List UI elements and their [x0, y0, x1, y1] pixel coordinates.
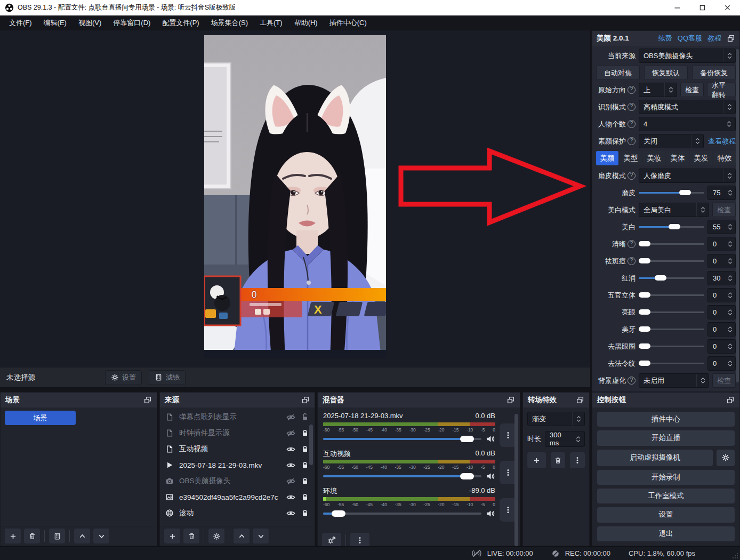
remove-source-button[interactable]	[183, 529, 199, 543]
scene-filters-button[interactable]	[49, 529, 65, 543]
speaker-icon[interactable]	[486, 509, 495, 518]
preview-area[interactable]: 0 X	[0, 30, 590, 367]
help-icon[interactable]: ?	[628, 377, 636, 385]
whiten-mode-select[interactable]: 全局美白	[639, 203, 709, 217]
clarity-value-spinner[interactable]: 0	[707, 237, 736, 251]
lock-icon[interactable]	[301, 445, 309, 453]
eye-icon[interactable]	[286, 493, 295, 502]
smooth-slider[interactable]	[639, 186, 704, 200]
teeth-value-spinner[interactable]: 0	[707, 322, 736, 337]
scene-down-button[interactable]	[93, 529, 109, 543]
transition-menu-button[interactable]	[570, 452, 585, 468]
orientation-select[interactable]: 上	[639, 83, 677, 97]
lock-icon[interactable]	[301, 493, 309, 501]
rosy-value-spinner[interactable]: 30	[707, 271, 736, 285]
eye-off-icon[interactable]	[286, 477, 295, 486]
contour-value-spinner[interactable]: 0	[707, 288, 736, 302]
whiten-value-spinner[interactable]: 55	[707, 220, 736, 234]
orientation-check-button[interactable]: 检查	[680, 83, 704, 97]
bg-blur-select[interactable]: 未启用	[639, 373, 709, 388]
studio-mode-button[interactable]: 工作室模式	[597, 489, 735, 503]
spinner-arrows[interactable]	[664, 83, 677, 97]
lock-open-icon[interactable]	[301, 413, 309, 421]
source-row[interactable]: 时钟插件显示源	[160, 425, 315, 441]
source-row[interactable]: 滚动	[160, 505, 315, 521]
menu-profile[interactable]: 配置文件(P)	[156, 15, 205, 30]
restore-defaults-button[interactable]: 恢复默认	[644, 66, 688, 80]
spinner-arrows[interactable]	[723, 100, 735, 114]
menu-edit[interactable]: 编辑(E)	[38, 15, 73, 30]
scene-up-button[interactable]	[74, 529, 90, 543]
popout-icon[interactable]	[726, 396, 735, 404]
eye-icon[interactable]	[286, 461, 295, 470]
spinner-arrows[interactable]	[696, 203, 709, 217]
popout-icon[interactable]	[506, 396, 515, 404]
eye-off-icon[interactable]	[286, 413, 295, 422]
source-row[interactable]: 弹幕点歌列表显示	[160, 409, 315, 425]
settings-button[interactable]: 设置	[597, 507, 735, 522]
add-scene-button[interactable]	[5, 529, 21, 543]
virtual-camera-settings-button[interactable]	[717, 450, 735, 466]
blemish-slider[interactable]	[639, 254, 704, 268]
tab-effects[interactable]: 特效	[713, 151, 736, 165]
rosy-slider[interactable]	[639, 271, 704, 285]
beauty-panel-scrollbar[interactable]	[736, 49, 739, 382]
source-row[interactable]: 互动视频	[160, 441, 315, 457]
start-recording-button[interactable]: 开始录制	[597, 470, 735, 485]
spinner-arrows[interactable]	[572, 431, 584, 446]
source-up-button[interactable]	[234, 529, 250, 543]
speaker-icon[interactable]	[486, 434, 495, 444]
menu-plugin-center[interactable]: 插件中心(C)	[324, 15, 373, 30]
horizontal-flip-button[interactable]: 水平翻转	[707, 83, 736, 97]
help-icon[interactable]: ?	[628, 120, 636, 128]
bright-eyes-slider[interactable]	[639, 305, 704, 319]
eye-icon[interactable]	[286, 445, 295, 454]
help-icon[interactable]: ?	[628, 86, 636, 94]
mixer-scrollbar[interactable]	[514, 414, 518, 546]
dark-circles-value-spinner[interactable]: 0	[707, 339, 736, 354]
recognition-select[interactable]: 高精度模式	[639, 100, 736, 114]
popout-icon[interactable]	[301, 396, 310, 404]
source-properties-gear-button[interactable]	[208, 529, 224, 543]
menu-help[interactable]: 帮助(H)	[288, 15, 324, 30]
lock-icon[interactable]	[301, 509, 309, 517]
view-tutorial-link[interactable]: 查看教程	[708, 137, 736, 146]
duration-spinner[interactable]: 300 ms	[545, 431, 585, 447]
teeth-slider[interactable]	[639, 322, 704, 337]
add-source-button[interactable]	[164, 529, 180, 543]
qq-support-link[interactable]: QQ客服	[678, 34, 702, 43]
tab-makeup[interactable]: 美妆	[643, 151, 665, 165]
tab-beauty[interactable]: 美颜	[596, 151, 618, 165]
clarity-slider[interactable]	[639, 237, 704, 251]
transition-select[interactable]: 渐变	[527, 412, 585, 426]
bright-eyes-value-spinner[interactable]: 0	[707, 305, 736, 319]
lock-icon[interactable]	[301, 429, 309, 437]
remove-scene-button[interactable]	[24, 529, 40, 543]
scene-item[interactable]: 场景	[5, 411, 76, 425]
help-icon[interactable]: ?	[628, 103, 636, 111]
menu-scene-collection[interactable]: 场景集合(S)	[205, 15, 254, 30]
volume-slider[interactable]	[323, 433, 481, 445]
popout-icon[interactable]	[143, 396, 152, 404]
popout-icon[interactable]	[727, 34, 735, 43]
smile-lines-slider[interactable]	[639, 356, 704, 371]
smooth-mode-select[interactable]: 人像磨皮	[639, 169, 736, 183]
spinner-arrows[interactable]	[723, 117, 735, 131]
smooth-value-spinner[interactable]: 75	[707, 186, 736, 200]
menu-file[interactable]: 文件(F)	[3, 15, 38, 30]
speaker-icon[interactable]	[486, 471, 495, 481]
spinner-arrows[interactable]	[696, 374, 709, 387]
menu-view[interactable]: 视图(V)	[73, 15, 107, 30]
spinner-arrows[interactable]	[572, 412, 584, 426]
lock-icon[interactable]	[301, 477, 309, 485]
menu-docks[interactable]: 停靠窗口(D)	[107, 15, 156, 30]
backup-restore-button[interactable]: 备份恢复	[692, 66, 736, 80]
source-properties-button[interactable]: 设置	[105, 370, 142, 385]
face-protect-select[interactable]: 关闭	[639, 134, 704, 148]
source-row[interactable]: e394502df49aa5fc2a99cd2e7c	[160, 489, 315, 505]
sources-scrollbar[interactable]	[309, 425, 313, 465]
source-down-button[interactable]	[253, 529, 269, 543]
smile-lines-value-spinner[interactable]: 0	[707, 356, 736, 371]
eye-off-icon[interactable]	[286, 429, 295, 438]
mixer-menu-button[interactable]	[350, 533, 369, 548]
